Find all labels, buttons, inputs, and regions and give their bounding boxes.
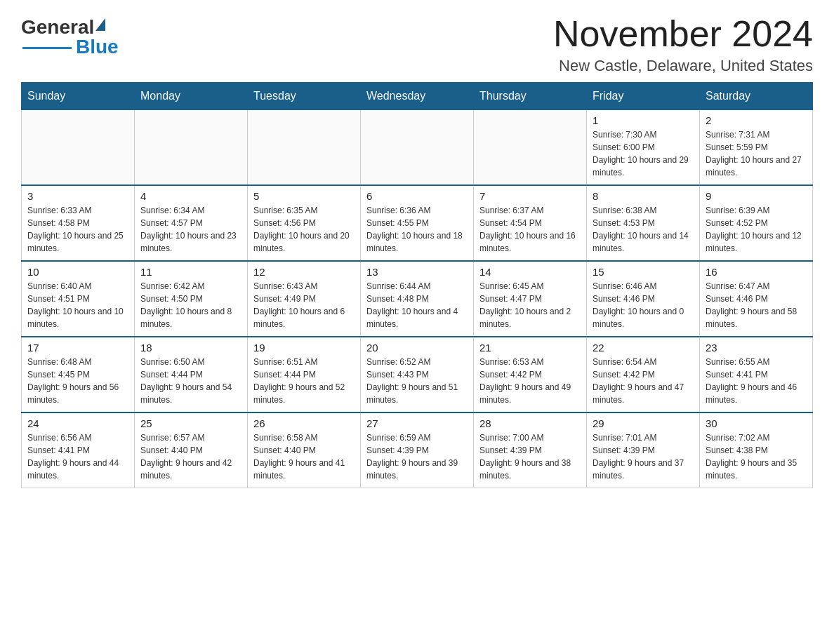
day-info: Sunrise: 6:43 AM Sunset: 4:49 PM Dayligh…	[253, 280, 355, 330]
calendar-cell: 19Sunrise: 6:51 AM Sunset: 4:44 PM Dayli…	[248, 337, 361, 412]
calendar-cell: 6Sunrise: 6:36 AM Sunset: 4:55 PM Daylig…	[361, 185, 474, 261]
day-number: 29	[593, 417, 694, 429]
day-info: Sunrise: 6:39 AM Sunset: 4:52 PM Dayligh…	[706, 204, 807, 255]
day-number: 4	[140, 190, 241, 202]
day-info: Sunrise: 6:55 AM Sunset: 4:41 PM Dayligh…	[706, 356, 807, 406]
day-info: Sunrise: 6:37 AM Sunset: 4:54 PM Dayligh…	[479, 204, 581, 255]
calendar-cell	[474, 110, 587, 186]
day-info: Sunrise: 6:52 AM Sunset: 4:43 PM Dayligh…	[366, 356, 468, 406]
calendar-cell: 8Sunrise: 6:38 AM Sunset: 4:53 PM Daylig…	[587, 185, 700, 261]
day-info: Sunrise: 6:33 AM Sunset: 4:58 PM Dayligh…	[27, 204, 128, 255]
title-block: November 2024 New Castle, Delaware, Unit…	[553, 14, 813, 75]
day-info: Sunrise: 6:34 AM Sunset: 4:57 PM Dayligh…	[140, 204, 241, 255]
day-number: 7	[479, 190, 581, 202]
calendar-cell: 9Sunrise: 6:39 AM Sunset: 4:52 PM Daylig…	[700, 185, 813, 261]
calendar-cell: 4Sunrise: 6:34 AM Sunset: 4:57 PM Daylig…	[135, 185, 248, 261]
calendar-cell: 30Sunrise: 7:02 AM Sunset: 4:38 PM Dayli…	[700, 412, 813, 488]
calendar-cell: 16Sunrise: 6:47 AM Sunset: 4:46 PM Dayli…	[700, 261, 813, 337]
calendar-week-row: 3Sunrise: 6:33 AM Sunset: 4:58 PM Daylig…	[22, 185, 813, 261]
day-info: Sunrise: 7:30 AM Sunset: 6:00 PM Dayligh…	[593, 128, 694, 179]
calendar-cell: 2Sunrise: 7:31 AM Sunset: 5:59 PM Daylig…	[700, 110, 813, 186]
header-monday: Monday	[135, 83, 248, 110]
calendar-week-row: 1Sunrise: 7:30 AM Sunset: 6:00 PM Daylig…	[22, 110, 813, 186]
calendar-cell: 15Sunrise: 6:46 AM Sunset: 4:46 PM Dayli…	[587, 261, 700, 337]
day-number: 28	[479, 417, 581, 429]
day-number: 25	[140, 417, 241, 429]
day-info: Sunrise: 6:38 AM Sunset: 4:53 PM Dayligh…	[593, 204, 694, 255]
calendar-cell: 26Sunrise: 6:58 AM Sunset: 4:40 PM Dayli…	[248, 412, 361, 488]
calendar-cell: 25Sunrise: 6:57 AM Sunset: 4:40 PM Dayli…	[135, 412, 248, 488]
calendar-week-row: 24Sunrise: 6:56 AM Sunset: 4:41 PM Dayli…	[22, 412, 813, 488]
day-number: 12	[253, 266, 355, 278]
calendar-week-row: 10Sunrise: 6:40 AM Sunset: 4:51 PM Dayli…	[22, 261, 813, 337]
day-info: Sunrise: 6:56 AM Sunset: 4:41 PM Dayligh…	[27, 431, 128, 482]
logo-triangle-icon	[95, 18, 105, 31]
day-number: 6	[366, 190, 468, 202]
day-number: 11	[140, 266, 241, 278]
day-info: Sunrise: 6:51 AM Sunset: 4:44 PM Dayligh…	[253, 356, 355, 406]
calendar-cell: 5Sunrise: 6:35 AM Sunset: 4:56 PM Daylig…	[248, 185, 361, 261]
calendar-cell	[361, 110, 474, 186]
calendar-cell: 13Sunrise: 6:44 AM Sunset: 4:48 PM Dayli…	[361, 261, 474, 337]
calendar-cell	[22, 110, 135, 186]
day-number: 17	[27, 342, 128, 354]
day-number: 9	[706, 190, 807, 202]
calendar-cell: 11Sunrise: 6:42 AM Sunset: 4:50 PM Dayli…	[135, 261, 248, 337]
calendar-table: Sunday Monday Tuesday Wednesday Thursday…	[21, 82, 813, 488]
day-number: 16	[706, 266, 807, 278]
calendar-cell: 17Sunrise: 6:48 AM Sunset: 4:45 PM Dayli…	[22, 337, 135, 412]
day-number: 1	[593, 114, 694, 126]
day-info: Sunrise: 6:57 AM Sunset: 4:40 PM Dayligh…	[140, 431, 241, 482]
day-info: Sunrise: 6:59 AM Sunset: 4:39 PM Dayligh…	[366, 431, 468, 482]
day-info: Sunrise: 6:58 AM Sunset: 4:40 PM Dayligh…	[253, 431, 355, 482]
day-number: 15	[593, 266, 694, 278]
logo-underline	[22, 47, 72, 49]
day-number: 27	[366, 417, 468, 429]
calendar-cell: 20Sunrise: 6:52 AM Sunset: 4:43 PM Dayli…	[361, 337, 474, 412]
day-info: Sunrise: 6:36 AM Sunset: 4:55 PM Dayligh…	[366, 204, 468, 255]
day-info: Sunrise: 6:44 AM Sunset: 4:48 PM Dayligh…	[366, 280, 468, 330]
calendar-cell: 18Sunrise: 6:50 AM Sunset: 4:44 PM Dayli…	[135, 337, 248, 412]
day-number: 14	[479, 266, 581, 278]
calendar-cell: 12Sunrise: 6:43 AM Sunset: 4:49 PM Dayli…	[248, 261, 361, 337]
calendar-cell: 22Sunrise: 6:54 AM Sunset: 4:42 PM Dayli…	[587, 337, 700, 412]
day-info: Sunrise: 7:00 AM Sunset: 4:39 PM Dayligh…	[479, 431, 581, 482]
logo: General Blue	[21, 18, 119, 57]
day-number: 8	[593, 190, 694, 202]
day-info: Sunrise: 6:42 AM Sunset: 4:50 PM Dayligh…	[140, 280, 241, 330]
page-header: General Blue November 2024 New Castle, D…	[21, 14, 813, 75]
header-friday: Friday	[587, 83, 700, 110]
calendar-cell: 10Sunrise: 6:40 AM Sunset: 4:51 PM Dayli…	[22, 261, 135, 337]
day-info: Sunrise: 6:45 AM Sunset: 4:47 PM Dayligh…	[479, 280, 581, 330]
calendar-cell: 7Sunrise: 6:37 AM Sunset: 4:54 PM Daylig…	[474, 185, 587, 261]
logo-general: General	[21, 18, 94, 37]
day-number: 13	[366, 266, 468, 278]
day-number: 30	[706, 417, 807, 429]
day-number: 5	[253, 190, 355, 202]
calendar-cell: 3Sunrise: 6:33 AM Sunset: 4:58 PM Daylig…	[22, 185, 135, 261]
header-sunday: Sunday	[22, 83, 135, 110]
calendar-cell: 28Sunrise: 7:00 AM Sunset: 4:39 PM Dayli…	[474, 412, 587, 488]
calendar-title: November 2024	[553, 14, 813, 54]
calendar-cell: 14Sunrise: 6:45 AM Sunset: 4:47 PM Dayli…	[474, 261, 587, 337]
day-info: Sunrise: 7:02 AM Sunset: 4:38 PM Dayligh…	[706, 431, 807, 482]
day-number: 24	[27, 417, 128, 429]
calendar-cell: 27Sunrise: 6:59 AM Sunset: 4:39 PM Dayli…	[361, 412, 474, 488]
day-number: 19	[253, 342, 355, 354]
day-number: 18	[140, 342, 241, 354]
day-number: 23	[706, 342, 807, 354]
header-wednesday: Wednesday	[361, 83, 474, 110]
day-info: Sunrise: 6:40 AM Sunset: 4:51 PM Dayligh…	[27, 280, 128, 330]
day-info: Sunrise: 6:35 AM Sunset: 4:56 PM Dayligh…	[253, 204, 355, 255]
calendar-cell: 21Sunrise: 6:53 AM Sunset: 4:42 PM Dayli…	[474, 337, 587, 412]
day-info: Sunrise: 7:31 AM Sunset: 5:59 PM Dayligh…	[706, 128, 807, 179]
header-tuesday: Tuesday	[248, 83, 361, 110]
calendar-cell: 23Sunrise: 6:55 AM Sunset: 4:41 PM Dayli…	[700, 337, 813, 412]
day-info: Sunrise: 6:54 AM Sunset: 4:42 PM Dayligh…	[593, 356, 694, 406]
day-info: Sunrise: 7:01 AM Sunset: 4:39 PM Dayligh…	[593, 431, 694, 482]
day-number: 21	[479, 342, 581, 354]
calendar-cell: 1Sunrise: 7:30 AM Sunset: 6:00 PM Daylig…	[587, 110, 700, 186]
calendar-week-row: 17Sunrise: 6:48 AM Sunset: 4:45 PM Dayli…	[22, 337, 813, 412]
day-number: 2	[706, 114, 807, 126]
day-number: 10	[27, 266, 128, 278]
